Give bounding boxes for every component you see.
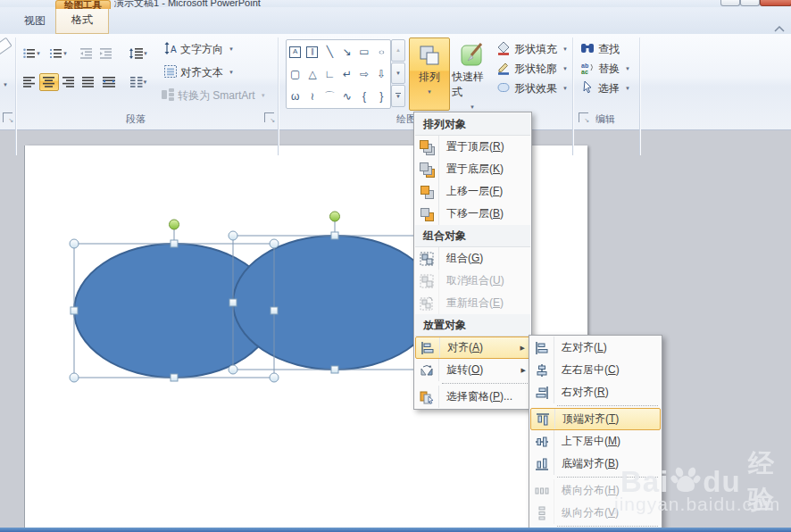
- dropdown-arrow-icon: ▼: [62, 51, 68, 56]
- distribute-horizontal-icon: [530, 479, 554, 502]
- paragraph-dialog-launcher[interactable]: [264, 112, 274, 122]
- contextual-tab-group-header: 绘图工具: [55, 0, 111, 9]
- gallery-scroll-down-button[interactable]: ▼: [391, 62, 405, 85]
- gallery-scrollbar: ▲ ▼ ▼: [391, 39, 405, 107]
- menu-item-align-top[interactable]: 顶端对齐(T): [530, 408, 661, 430]
- menu-item-rotate[interactable]: 旋转(O) ▶: [415, 359, 530, 381]
- menu-section-header: 排列对象: [415, 113, 530, 136]
- menu-item-align-middle[interactable]: 上下居中(M): [530, 430, 661, 453]
- triangle-icon[interactable]: △: [308, 69, 316, 79]
- text-direction-icon: A: [164, 42, 177, 57]
- dropdown-arrow-icon: ▼: [143, 51, 148, 56]
- shape-gallery[interactable]: A ∥ ╲ ↘ ▭ ○ ▢ △ ∟ ↵ ⇨ ⇩ ω ≀ ⌒ ∿ { }: [286, 39, 391, 109]
- close-button[interactable]: [760, 0, 791, 6]
- powerpoint-window: { "icons": { "dropdown_arrow": "▼", "sub…: [0, 0, 791, 532]
- right-brace-icon[interactable]: }: [379, 91, 383, 102]
- paragraph-group-label: 段落: [116, 112, 155, 125]
- highlight-pen-icon[interactable]: [0, 37, 12, 56]
- line-spacing-button[interactable]: ▼: [126, 45, 152, 62]
- tab-format[interactable]: 格式: [55, 7, 109, 34]
- find-button[interactable]: 查找: [580, 41, 620, 57]
- arc-icon[interactable]: ⌒: [324, 91, 335, 102]
- gallery-scroll-up-button[interactable]: ▲: [391, 39, 405, 62]
- rectangle-icon[interactable]: ▭: [359, 46, 369, 57]
- menu-item-group[interactable]: 组合(G): [415, 247, 530, 270]
- title-bar: 绘图工具 演示文稿1 - Microsoft PowerPoint: [0, 0, 791, 7]
- elbow-connector-icon[interactable]: ∟: [324, 69, 335, 79]
- menu-item-distribute-vertically[interactable]: 纵向分布(V): [530, 502, 661, 524]
- dropdown-arrow-icon: ▼: [427, 89, 432, 95]
- dropdown-arrow-icon: ▼: [625, 86, 630, 91]
- select-button[interactable]: 选择 ▼: [580, 80, 630, 96]
- menu-item-regroup[interactable]: 重新组合(E): [415, 292, 530, 314]
- menu-item-align-center[interactable]: 左右居中(C): [530, 359, 661, 381]
- line-icon[interactable]: ╲: [327, 46, 333, 57]
- maximize-button[interactable]: [740, 0, 760, 6]
- replace-button[interactable]: abac 替换 ▼: [580, 61, 630, 77]
- dropdown-arrow-icon[interactable]: ▼: [3, 82, 8, 87]
- align-center-button[interactable]: [39, 73, 59, 91]
- rounded-rectangle-icon[interactable]: ▢: [290, 69, 300, 79]
- align-right-button[interactable]: [59, 73, 79, 91]
- arrange-button[interactable]: 排列 ▼: [409, 37, 450, 111]
- columns-button[interactable]: ▼: [126, 73, 152, 91]
- menu-item-align-bottom[interactable]: 底端对齐(B): [530, 453, 661, 475]
- shape-fill-button[interactable]: 形状填充 ▼: [496, 41, 568, 57]
- freeform-icon[interactable]: ω: [291, 91, 299, 102]
- decrease-indent-button[interactable]: [77, 45, 96, 62]
- align-left-button[interactable]: [20, 73, 39, 91]
- dropdown-arrow-icon: ▼: [229, 46, 234, 52]
- replace-icon: abac: [580, 62, 595, 77]
- minimize-button[interactable]: [720, 0, 740, 6]
- justify-button[interactable]: [79, 73, 98, 91]
- window-title: 演示文稿1 - Microsoft PowerPoint: [114, 0, 382, 7]
- convert-smartart-button[interactable]: 转换为 SmartArt ▼: [162, 87, 266, 104]
- elbow-arrow-connector-icon[interactable]: ↵: [343, 69, 352, 79]
- align-text-button[interactable]: 对齐文本 ▼: [164, 64, 234, 80]
- left-brace-icon[interactable]: {: [362, 91, 366, 102]
- oval-icon[interactable]: ○: [379, 48, 385, 55]
- scribble-icon[interactable]: ≀: [311, 91, 315, 102]
- curve-icon[interactable]: ∿: [343, 91, 352, 102]
- menu-item-bring-forward[interactable]: 上移一层(F): [415, 180, 530, 203]
- shape-effects-icon: [496, 80, 511, 97]
- down-block-arrow-icon[interactable]: ⇩: [377, 69, 386, 79]
- dropdown-arrow-icon: ▼: [229, 70, 234, 75]
- text-direction-button[interactable]: A 文字方向 ▼: [164, 41, 234, 57]
- ribbon: ▼ ▼ ▼ ▼: [0, 34, 791, 130]
- gallery-more-button[interactable]: ▼: [391, 85, 405, 107]
- distribute-text-button[interactable]: [98, 73, 120, 91]
- menu-item-bring-to-front[interactable]: 置于顶层(R): [415, 136, 530, 158]
- text-box-icon[interactable]: A: [289, 45, 301, 58]
- arrow-icon[interactable]: ↘: [343, 46, 352, 57]
- shape-outline-icon: [496, 61, 511, 78]
- numbering-button[interactable]: ▼: [46, 45, 71, 62]
- menu-item-align-left[interactable]: 左对齐(L): [530, 337, 661, 359]
- shape-outline-button[interactable]: 形状轮廓 ▼: [496, 61, 568, 77]
- arrange-menu: 排列对象 置于顶层(R) 置于底层(K) 上移一层(F) 下移一层(B) 组合对…: [413, 112, 532, 410]
- menu-item-send-to-back[interactable]: 置于底层(K): [415, 158, 530, 180]
- menu-item-align[interactable]: 对齐(A) ▶: [415, 337, 530, 359]
- menu-item-selection-pane[interactable]: 选择窗格(P)...: [415, 386, 530, 408]
- shape-effects-button[interactable]: 形状效果 ▼: [496, 80, 568, 96]
- right-block-arrow-icon[interactable]: ⇨: [360, 69, 369, 79]
- menu-item-send-backward[interactable]: 下移一层(B): [415, 203, 530, 225]
- font-dialog-launcher[interactable]: [3, 112, 12, 122]
- dropdown-arrow-icon: ▼: [143, 79, 148, 85]
- shape-fill-icon: [496, 41, 511, 58]
- editing-group-label: 编辑: [586, 112, 625, 125]
- menu-item-align-right[interactable]: 右对齐(R): [530, 381, 661, 403]
- bring-to-front-icon: [415, 136, 439, 158]
- bullets-button[interactable]: ▼: [20, 45, 45, 62]
- menu-item-distribute-horizontally[interactable]: 横向分布(H): [530, 479, 661, 502]
- ungroup-icon: [415, 270, 439, 292]
- increase-indent-button[interactable]: [96, 45, 116, 62]
- dropdown-arrow-icon: ▼: [625, 66, 630, 71]
- vertical-text-box-icon[interactable]: ∥: [306, 45, 318, 58]
- align-right-icon: [530, 381, 554, 403]
- ellipse-shape-right[interactable]: [233, 236, 437, 370]
- menu-item-ungroup[interactable]: 取消组合(U): [415, 270, 530, 292]
- svg-text:ab: ab: [581, 62, 588, 68]
- quick-styles-button[interactable]: 快速样式 ▼: [451, 37, 494, 111]
- tab-view[interactable]: 视图: [16, 10, 54, 31]
